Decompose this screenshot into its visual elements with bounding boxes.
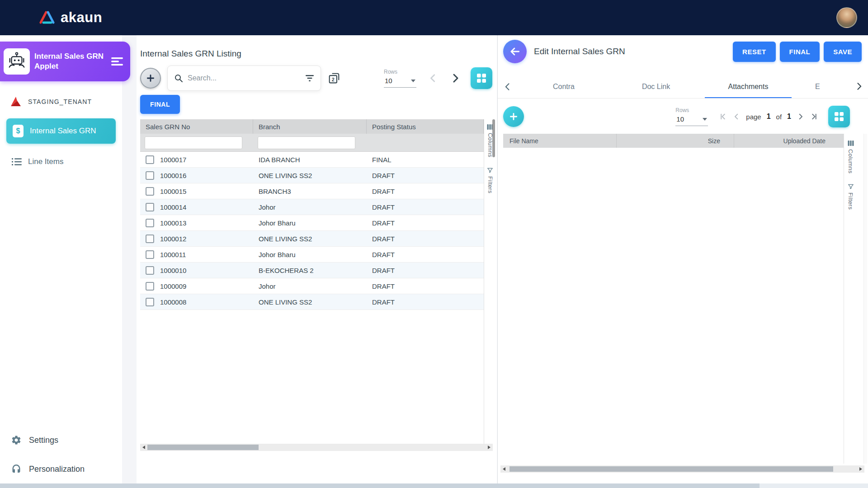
cell-branch: ONE LIVING SS2 — [253, 298, 367, 306]
rows-per-page-select[interactable]: Rows 10 — [675, 107, 708, 126]
tab-attachments[interactable]: Attachments — [702, 75, 794, 98]
sidebar-item-personalization[interactable]: Personalization — [0, 457, 122, 481]
row-checkbox[interactable] — [146, 235, 154, 243]
table-row[interactable]: 1000011 Johor Bharu DRAFT — [140, 247, 484, 263]
tab-doc-link[interactable]: Doc Link — [610, 75, 702, 98]
search-box — [167, 66, 321, 91]
filter-lines-icon[interactable] — [305, 75, 314, 82]
listing-horizontal-scrollbar[interactable] — [140, 444, 493, 451]
scroll-left-arrow-icon[interactable] — [502, 467, 506, 471]
column-header-size[interactable]: Size — [616, 134, 734, 148]
prev-page-icon[interactable] — [428, 73, 438, 83]
table-row[interactable]: 1000014 Johor DRAFT — [140, 199, 484, 215]
tab-contra[interactable]: Contra — [518, 75, 610, 98]
row-checkbox[interactable] — [146, 171, 154, 180]
reset-button[interactable]: RESET — [733, 42, 776, 62]
add-attachment-button[interactable] — [503, 106, 524, 127]
sidebar: Internal Sales GRN Applet STAGING_TENANT… — [0, 35, 122, 483]
row-checkbox[interactable] — [146, 155, 154, 164]
row-checkbox[interactable] — [146, 282, 154, 291]
row-checkbox[interactable] — [146, 219, 154, 227]
back-arrow-icon — [509, 46, 521, 57]
listing-toolbar: 2 Rows 10 — [140, 63, 492, 93]
filters-rail-tab[interactable]: Filters — [847, 192, 854, 210]
editor-side-rail: Columns Filters — [844, 134, 857, 464]
table-row[interactable]: 1000008 ONE LIVING SS2 DRAFT — [140, 294, 484, 310]
first-page-icon[interactable] — [719, 113, 727, 121]
column-header-posting-status[interactable]: Posting Status — [367, 119, 484, 134]
filter-grn-no-input[interactable] — [145, 136, 242, 149]
column-header-uploaded-date[interactable]: Uploaded Date — [734, 134, 844, 148]
filter-branch-input[interactable] — [258, 136, 355, 149]
editor-vertical-scrollbar[interactable] — [863, 134, 867, 464]
sidebar-item-tenant[interactable]: STAGING_TENANT — [0, 89, 122, 115]
funnel-icon[interactable] — [848, 183, 854, 190]
row-checkbox[interactable] — [146, 187, 154, 196]
row-checkbox[interactable] — [146, 298, 154, 306]
table-row[interactable]: 1000010 B-EKOCHERAS 2 DRAFT — [140, 263, 484, 278]
table-row[interactable]: 1000012 ONE LIVING SS2 DRAFT — [140, 231, 484, 247]
cell-branch: Johor Bharu — [253, 251, 367, 258]
tabs-scroll-left-icon[interactable] — [503, 82, 512, 91]
columns-rail-tab[interactable]: Columns — [847, 149, 854, 174]
prev-page-icon[interactable] — [732, 113, 741, 121]
funnel-icon[interactable] — [487, 167, 493, 174]
editor-horizontal-scrollbar[interactable] — [500, 465, 864, 473]
tabs-scroll-right-icon[interactable] — [854, 82, 863, 91]
columns-grip-icon[interactable] — [848, 140, 854, 146]
add-record-button[interactable] — [140, 68, 161, 89]
column-header-file-name[interactable]: File Name — [503, 134, 616, 148]
rows-per-page-select[interactable]: Rows 10 — [384, 69, 416, 88]
cell-grn-no: 1000016 — [160, 172, 186, 179]
cell-branch: BRANCH3 — [253, 188, 367, 195]
table-row[interactable]: 1000009 Johor DRAFT — [140, 278, 484, 294]
page-number: 1 — [767, 113, 771, 121]
search-input[interactable] — [188, 74, 301, 82]
sidebar-item-label: Line Items — [28, 157, 63, 166]
final-button[interactable]: FINAL — [780, 42, 820, 62]
row-checkbox[interactable] — [146, 266, 154, 275]
filters-rail-tab[interactable]: Filters — [487, 176, 494, 193]
save-button[interactable]: SAVE — [824, 42, 862, 62]
tab-label: Doc Link — [642, 83, 670, 91]
cell-grn-no: 1000011 — [160, 251, 186, 258]
grid-view-button[interactable] — [471, 67, 492, 89]
scroll-right-arrow-icon[interactable] — [487, 445, 491, 450]
column-header-branch[interactable]: Branch — [253, 119, 367, 134]
duplicate-icon[interactable]: 2 — [328, 72, 340, 84]
cell-status: DRAFT — [367, 172, 484, 179]
vertical-scrollbar[interactable] — [492, 119, 495, 157]
menu-toggle-icon[interactable] — [111, 57, 123, 66]
scroll-right-arrow-icon[interactable] — [859, 467, 863, 471]
table-row[interactable]: 1000013 Johor Bharu DRAFT — [140, 215, 484, 231]
grid-view-button[interactable] — [828, 106, 850, 127]
cell-status: DRAFT — [367, 203, 484, 211]
sidebar-item-settings[interactable]: Settings — [0, 428, 122, 452]
cell-status: DRAFT — [367, 219, 484, 227]
row-checkbox[interactable] — [146, 203, 154, 211]
table-row[interactable]: 1000015 BRANCH3 DRAFT — [140, 183, 484, 199]
page-horizontal-scrollbar[interactable] — [0, 483, 868, 488]
last-page-icon[interactable] — [810, 113, 818, 121]
sidebar-item-internal-sales-grn[interactable]: $ Internal Sales GRN — [6, 118, 116, 144]
next-page-icon[interactable] — [450, 73, 461, 84]
cell-grn-no: 1000015 — [160, 188, 186, 195]
scrollbar-thumb[interactable] — [0, 483, 760, 488]
tab-next-partial[interactable]: E — [794, 75, 858, 98]
back-button[interactable] — [503, 40, 527, 63]
scrollbar-thumb[interactable] — [147, 445, 259, 450]
cell-status: FINAL — [367, 156, 484, 164]
table-row[interactable]: 1000017 IDA BRANCH FINAL — [140, 152, 484, 168]
next-page-icon[interactable] — [797, 113, 805, 121]
user-avatar[interactable] — [836, 7, 857, 28]
sidebar-item-line-items[interactable]: Line Items — [0, 149, 122, 174]
table-row[interactable]: 1000016 ONE LIVING SS2 DRAFT — [140, 168, 484, 183]
column-header-sales-grn-no[interactable]: Sales GRN No — [140, 119, 253, 134]
scrollbar-thumb[interactable] — [509, 466, 833, 472]
scroll-left-arrow-icon[interactable] — [142, 445, 146, 450]
final-button[interactable]: FINAL — [140, 95, 180, 114]
editor-tab-bar: Contra Doc Link Attachments E — [498, 75, 868, 99]
row-checkbox[interactable] — [146, 250, 154, 259]
akaun-triangle-icon — [39, 10, 55, 25]
rows-value: 10 — [385, 77, 392, 84]
